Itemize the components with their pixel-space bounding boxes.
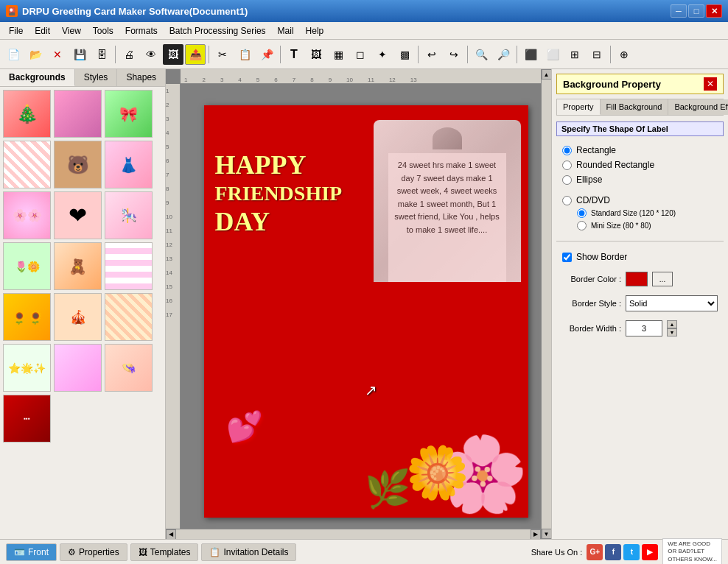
gallery-item[interactable]: 🌷🌼 — [3, 242, 51, 290]
tab-background-effects[interactable]: Background Effects — [668, 99, 728, 115]
menu-view[interactable]: View — [56, 24, 87, 38]
gallery-item[interactable]: 🌻🌻 — [3, 293, 51, 341]
copy-button[interactable]: 📋 — [234, 44, 255, 65]
save-all-button[interactable]: 🗄 — [91, 44, 112, 65]
menu-help[interactable]: Help — [300, 24, 330, 38]
tab-front[interactable]: 🪪 Front — [6, 543, 57, 561]
facebook-icon[interactable]: f — [605, 544, 621, 560]
shape-rectangle-radio[interactable] — [562, 146, 572, 155]
border-width-up[interactable]: ▲ — [667, 320, 677, 328]
tab-templates[interactable]: 🖼 Templates — [130, 543, 199, 561]
import-button[interactable]: 🖼 — [163, 44, 183, 65]
menu-file[interactable]: File — [3, 24, 29, 38]
open-button[interactable]: 📂 — [25, 44, 46, 65]
grid2-button[interactable]: ⊟ — [587, 44, 607, 65]
card-main-text: HAPPY FRIENDSHIP DAY — [215, 149, 343, 238]
zoom-mag-button[interactable]: ⊕ — [614, 44, 634, 65]
tab-property[interactable]: Property — [557, 99, 601, 115]
gallery-item[interactable]: 👒 — [105, 344, 153, 392]
cut-button[interactable]: ✂ — [212, 44, 233, 65]
text-button[interactable]: T — [284, 44, 304, 65]
image-button[interactable]: 🖼 — [306, 44, 326, 65]
paste-button[interactable]: 📌 — [256, 44, 277, 65]
redo-button[interactable]: ↪ — [444, 44, 464, 65]
gallery-item[interactable] — [54, 344, 102, 392]
barcode-button[interactable]: ▦ — [328, 44, 349, 65]
border-color-swatch[interactable] — [626, 272, 648, 286]
canvas-arrow: ↗ — [365, 381, 377, 399]
canvas-vscroll[interactable]: ▲ ▼ — [541, 69, 551, 539]
border-width-down[interactable]: ▼ — [667, 328, 677, 336]
gallery-item[interactable]: ▪▪▪ — [3, 395, 51, 443]
panel-close-button[interactable]: ✕ — [704, 77, 717, 91]
mini-size-radio[interactable] — [577, 221, 587, 230]
toolbar-sep1 — [115, 46, 116, 63]
align-center-button[interactable]: ⬜ — [542, 44, 563, 65]
canvas-hscroll[interactable]: ◀ ▶ — [166, 529, 541, 539]
shape-button[interactable]: ◻ — [350, 44, 371, 65]
gallery-item[interactable] — [54, 90, 102, 138]
menu-tools[interactable]: Tools — [87, 24, 119, 38]
menu-mail[interactable]: Mail — [272, 24, 300, 38]
main-content: Backgrounds Styles Shapes 🎄 🎀 🐻 👗 🌸🌸 ❤ 🎠 — [0, 69, 728, 539]
border-style-select[interactable]: Solid — [626, 295, 718, 311]
gallery-item[interactable]: 🌸🌸 — [3, 191, 51, 239]
tab-backgrounds[interactable]: Backgrounds — [0, 69, 75, 86]
tab-invitation[interactable]: 📋 Invitation Details — [201, 543, 296, 561]
front-icon: 🪪 — [14, 547, 25, 557]
minimize-button[interactable]: ─ — [671, 4, 687, 18]
menu-batch[interactable]: Batch Processing Series — [164, 24, 272, 38]
twitter-icon[interactable]: t — [623, 544, 640, 560]
tab-properties[interactable]: ⚙ Properties — [60, 543, 127, 561]
tab-styles[interactable]: Styles — [75, 69, 118, 86]
mini-size-label: Mini Size (80 * 80) — [591, 222, 651, 230]
menu-formats[interactable]: Formats — [119, 24, 164, 38]
gallery-panel[interactable]: 🎄 🎀 🐻 👗 🌸🌸 ❤ 🎠 🌷🌼 🧸 🌻🌻 🎪 — [0, 87, 165, 539]
gallery-item[interactable]: 🎪 — [54, 293, 102, 341]
tab-fill-background[interactable]: Fill Background — [601, 99, 669, 115]
stamp-button[interactable]: ✦ — [372, 44, 393, 65]
shape-ellipse-radio[interactable] — [562, 175, 572, 185]
undo-button[interactable]: ↩ — [421, 44, 442, 65]
gallery-item[interactable] — [3, 141, 51, 188]
grid-button[interactable]: ⊞ — [564, 44, 585, 65]
shape-cddvd-radio[interactable] — [562, 196, 572, 205]
gallery-item[interactable]: 🐻 — [54, 141, 102, 188]
print-button[interactable]: 🖨 — [119, 44, 139, 65]
card-body-text: 24 sweet hrs make 1 sweet day 7 sweet da… — [388, 153, 506, 282]
gallery-item[interactable] — [105, 242, 153, 290]
gallery-item[interactable]: 🎄 — [3, 90, 51, 138]
standard-size-radio[interactable] — [577, 208, 587, 218]
border-width-input[interactable] — [626, 320, 662, 336]
zoom-out-button[interactable]: 🔎 — [493, 44, 514, 65]
border-color-dots-button[interactable]: ... — [652, 272, 673, 286]
new-button[interactable]: 📄 — [3, 44, 24, 65]
export-button[interactable]: 📤 — [185, 44, 206, 65]
properties-label: Properties — [79, 547, 119, 557]
close-button[interactable]: ✕ — [706, 4, 722, 18]
gallery-item[interactable] — [105, 293, 153, 341]
gallery-item[interactable]: ❤ — [54, 191, 102, 239]
qr-button[interactable]: ▩ — [394, 44, 415, 65]
youtube-icon[interactable]: ▶ — [642, 544, 658, 560]
tab-shapes[interactable]: Shapes — [117, 69, 166, 86]
close-doc-button[interactable]: ✕ — [47, 44, 68, 65]
show-border-checkbox[interactable] — [562, 253, 572, 262]
print-preview-button[interactable]: 👁 — [141, 44, 161, 65]
gallery-item[interactable]: ⭐🌟✨ — [3, 344, 51, 392]
gallery-item[interactable]: 🧸 — [54, 242, 102, 290]
window-controls: ─ □ ✕ — [671, 4, 722, 18]
align-left-button[interactable]: ⬛ — [520, 44, 541, 65]
menu-edit[interactable]: Edit — [29, 24, 56, 38]
gallery-item[interactable]: 🎠 — [105, 191, 153, 239]
google-plus-icon[interactable]: G+ — [587, 544, 603, 560]
save-button[interactable]: 💾 — [69, 44, 90, 65]
shape-rounded-radio[interactable] — [562, 161, 572, 170]
canvas-area[interactable]: 12345678910111213 1234567891011121314151… — [166, 69, 551, 539]
zoom-in-button[interactable]: 🔍 — [471, 44, 491, 65]
share-section: Share Us On : G+ f t ▶ WE ARE GOODOR BAD… — [531, 538, 722, 564]
gallery-item[interactable]: 🎀 — [105, 90, 153, 138]
left-tab-bar: Backgrounds Styles Shapes — [0, 69, 165, 87]
gallery-item[interactable]: 👗 — [105, 141, 153, 188]
maximize-button[interactable]: □ — [688, 4, 704, 18]
